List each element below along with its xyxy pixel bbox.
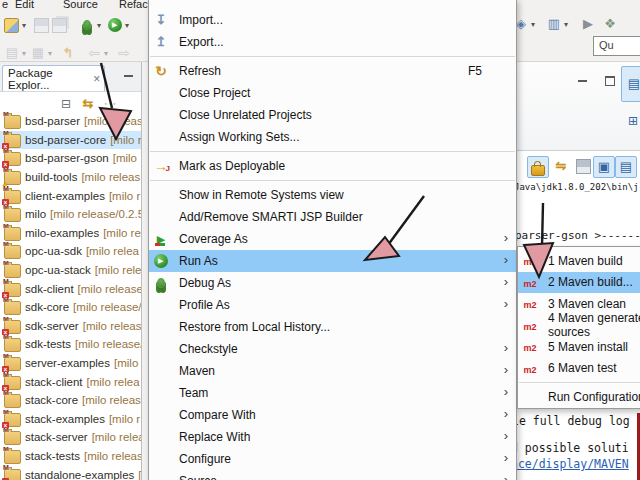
project-name: opc-ua-sdk bbox=[25, 245, 82, 257]
menu-item-assign-working-sets[interactable]: Assign Working Sets... bbox=[149, 126, 516, 148]
project-name: milo bbox=[25, 208, 46, 220]
tree-item-sdk-core[interactable]: Msdk-core[milo release/ bbox=[0, 298, 141, 317]
menu-item-label: Team bbox=[179, 386, 208, 400]
tree-item-sdk-tests[interactable]: Msdk-tests[milo release/ bbox=[0, 335, 141, 354]
project-decorator: [milo r bbox=[109, 190, 140, 202]
console-toolbar-scroll-lock[interactable] bbox=[527, 156, 549, 178]
window-button-minimize[interactable] bbox=[575, 70, 591, 92]
menu-item-run-as[interactable]: Run As› bbox=[149, 250, 516, 272]
console-link[interactable]: nce/display/MAVEN bbox=[511, 457, 629, 471]
menu-item-import[interactable]: Import... bbox=[149, 9, 516, 31]
maven-badge-icon: M bbox=[3, 372, 9, 377]
new-java-project-icon bbox=[4, 45, 20, 61]
tree-item-opc-ua-sdk[interactable]: Mopc-ua-sdk[milo relea bbox=[0, 242, 141, 261]
m2-icon bbox=[522, 253, 538, 269]
menu-item-5-maven-install[interactable]: 5 Maven install bbox=[518, 336, 640, 358]
project-decorator: [milo relea bbox=[92, 431, 141, 443]
maven-project-icon: M× bbox=[4, 283, 21, 297]
tree-item-stack-client[interactable]: M×stack-client[milo relea bbox=[0, 372, 141, 391]
menu-item-restore-from-local-history[interactable]: Restore from Local History... bbox=[149, 316, 516, 338]
dropdown-caret-icon: ▾ bbox=[531, 20, 535, 29]
perspective-button-grid-perspective[interactable] bbox=[621, 104, 640, 138]
tree-item-stack-tests[interactable]: Mstack-tests[milo releas bbox=[0, 447, 141, 466]
tab-package-explorer[interactable]: Package Explor... bbox=[2, 65, 105, 91]
menu-item-label: Add/Remove SMARTI JSP Builder bbox=[179, 210, 363, 224]
window-button-maximize[interactable] bbox=[602, 70, 618, 92]
tree-item-bsd-parser-core[interactable]: M×bsd-parser-core[milo r bbox=[0, 131, 141, 150]
console-toolbar-display-console[interactable] bbox=[615, 156, 637, 178]
dropdown-caret-icon: ▾ bbox=[48, 49, 52, 58]
tree-item-sdk-client[interactable]: M×sdk-client[milo release bbox=[0, 279, 141, 298]
menu-item-refresh[interactable]: RefreshF5 bbox=[149, 60, 516, 82]
menu-item-run-configurations[interactable]: Run Configurations... bbox=[518, 386, 640, 408]
tree-item-stack-core[interactable]: Mstack-core[milo releas bbox=[0, 391, 141, 410]
menu-item-compare-with[interactable]: Compare With› bbox=[149, 404, 516, 426]
tree-item-milo[interactable]: Mmilo[milo release/0.2.5 bbox=[0, 205, 141, 224]
maven-project-icon: M× bbox=[4, 152, 21, 166]
menu-item-checkstyle[interactable]: Checkstyle› bbox=[149, 338, 516, 360]
menu-item-maven[interactable]: Maven› bbox=[149, 360, 516, 382]
dropdown-caret-icon: ▾ bbox=[564, 20, 568, 29]
menu-item-close-project[interactable]: Close Project bbox=[149, 82, 516, 104]
project-name: stack-server bbox=[25, 431, 88, 443]
menu-item-label: 6 Maven test bbox=[548, 361, 617, 375]
tree-item-sdk-server[interactable]: M×sdk-server[milo releas bbox=[0, 317, 141, 336]
toolbar-button-run-last[interactable] bbox=[580, 13, 596, 35]
tree-item-build-tools[interactable]: M▲build-tools[milo releas bbox=[0, 168, 141, 187]
refresh-icon bbox=[153, 63, 169, 79]
toolbar-button-external-tools[interactable] bbox=[602, 13, 618, 35]
open-task-icon bbox=[30, 45, 46, 61]
console-toolbar-console-switch[interactable] bbox=[551, 156, 571, 176]
tree-item-client-examples[interactable]: M×client-examples[milo r bbox=[0, 186, 141, 205]
menu-item-label: Show in Remote Systems view bbox=[179, 188, 344, 202]
close-icon[interactable] bbox=[89, 71, 104, 87]
menu-item-2-maven-build[interactable]: 2 Maven build... bbox=[518, 272, 640, 294]
tree-item-stack-examples[interactable]: M×stack-examples[milo r bbox=[0, 410, 141, 429]
minimize-view-icon[interactable] bbox=[121, 68, 137, 84]
menu-item-mark-as-deployable[interactable]: Mark as Deployable bbox=[149, 155, 516, 177]
menubar-item-source[interactable]: Source bbox=[63, 0, 98, 10]
menu-item-4-maven-generate-sources[interactable]: 4 Maven generate-sources bbox=[518, 315, 640, 337]
toolbar-button-show-view[interactable]: ▾ bbox=[546, 13, 568, 35]
menu-item-1-maven-build[interactable]: 1 Maven build bbox=[518, 250, 640, 272]
tree-item-bsd-parser-gson[interactable]: M×bsd-parser-gson[milo bbox=[0, 149, 141, 168]
menu-item-configure[interactable]: Configure› bbox=[149, 448, 516, 470]
tree-item-server-examples[interactable]: M×server-examples[milo bbox=[0, 354, 141, 373]
m2-icon bbox=[522, 296, 538, 312]
menubar-item-e[interactable]: e bbox=[2, 0, 8, 10]
import-icon bbox=[153, 12, 169, 28]
menu-item-label: Coverage As bbox=[179, 232, 248, 246]
console-toolbar-pin-console[interactable] bbox=[593, 156, 615, 178]
maximize-icon bbox=[602, 73, 618, 89]
external-tools-icon bbox=[602, 16, 618, 32]
tree-item-bsd-parser[interactable]: Mbsd-parser[milo releas bbox=[0, 112, 141, 131]
quick-access-box[interactable]: Qu bbox=[593, 36, 640, 56]
console-toolbar-save-console[interactable] bbox=[573, 156, 593, 176]
menu-item-show-in-remote-systems-view[interactable]: Show in Remote Systems view bbox=[149, 184, 516, 206]
menubar-item-edit[interactable]: Edit bbox=[15, 0, 34, 10]
menu-item-add-remove-smarti-jsp-builder[interactable]: Add/Remove SMARTI JSP Builder bbox=[149, 206, 516, 228]
tree-item-opc-ua-stack[interactable]: Mopc-ua-stack[milo rele bbox=[0, 261, 141, 280]
m2-icon bbox=[522, 318, 538, 334]
chevron-right-icon: › bbox=[504, 362, 508, 377]
menu-item-source[interactable]: Source› bbox=[149, 470, 516, 480]
menu-item-debug-as[interactable]: Debug As› bbox=[149, 272, 516, 294]
menu-item-export[interactable]: Export... bbox=[149, 31, 516, 53]
perspective-button-console-perspective[interactable] bbox=[621, 66, 640, 102]
link-with-editor-icon bbox=[80, 96, 96, 112]
menu-item-profile-as[interactable]: Profile As› bbox=[149, 294, 516, 316]
pin-console-icon bbox=[596, 159, 612, 175]
display-console-icon bbox=[618, 159, 634, 175]
menu-item-6-maven-test[interactable]: 6 Maven test bbox=[518, 358, 640, 380]
menu-item-team[interactable]: Team› bbox=[149, 382, 516, 404]
menu-item-coverage-as[interactable]: Coverage As› bbox=[149, 228, 516, 250]
menu-item-replace-with[interactable]: Replace With› bbox=[149, 426, 516, 448]
chevron-right-icon: › bbox=[504, 340, 508, 355]
project-decorator: [milo releas bbox=[82, 394, 141, 406]
tree-item-standalone-examples[interactable]: M×standalone-examples[ bbox=[0, 465, 141, 480]
menu-item-close-unrelated-projects[interactable]: Close Unrelated Projects bbox=[149, 104, 516, 126]
tree-item-milo-examples[interactable]: Mmilo-examples[milo re bbox=[0, 224, 141, 243]
tree-item-stack-server[interactable]: Mstack-server[milo relea bbox=[0, 428, 141, 447]
maven-project-icon: M× bbox=[4, 469, 21, 480]
project-decorator: [ bbox=[138, 469, 141, 480]
